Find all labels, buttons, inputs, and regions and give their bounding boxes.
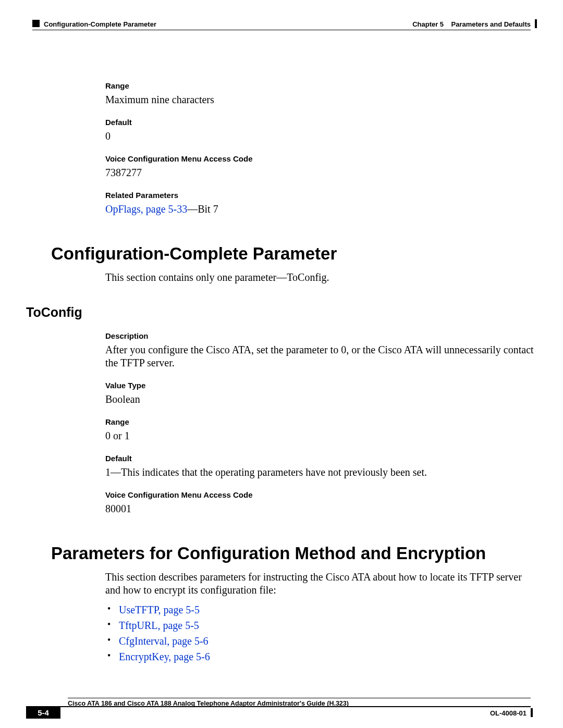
default-label: Default	[105, 118, 537, 127]
list-item: UseTFTP, page 5-5	[105, 602, 537, 618]
config-complete-intro: This section contains only one parameter…	[105, 271, 537, 284]
toconfig-default-label: Default	[105, 454, 537, 463]
page-header: Configuration-Complete Parameter Chapter…	[26, 20, 537, 35]
header-chapter: Chapter 5 Parameters and Defaults	[412, 20, 531, 28]
list-item: EncryptKey, page 5-6	[105, 649, 537, 664]
cfginterval-link[interactable]: CfgInterval, page 5-6	[119, 635, 209, 647]
list-item: CfgInterval, page 5-6	[105, 633, 537, 649]
encryption-bullet-list: UseTFTP, page 5-5 TftpURL, page 5-5 CfgI…	[105, 602, 537, 664]
list-item: TftpURL, page 5-5	[105, 618, 537, 633]
toconfig-range-value: 0 or 1	[105, 429, 537, 442]
tftpurl-link[interactable]: TftpURL, page 5-5	[119, 620, 199, 631]
header-left-square-icon	[32, 20, 40, 27]
usetftp-link[interactable]: UseTFTP, page 5-5	[119, 604, 200, 615]
page: Configuration-Complete Parameter Chapter…	[0, 0, 563, 728]
range-label: Range	[105, 81, 537, 90]
content-area: Range Maximum nine characters Default 0 …	[105, 35, 537, 664]
toconfig-description-label: Description	[105, 331, 537, 340]
page-footer: Cisco ATA 186 and Cisco ATA 188 Analog T…	[26, 698, 537, 728]
encryptkey-link[interactable]: EncryptKey, page 5-6	[119, 651, 210, 662]
toconfig-voice-value: 80001	[105, 502, 537, 515]
config-method-encryption-heading: Parameters for Configuration Method and …	[51, 544, 537, 563]
header-underline	[32, 30, 531, 30]
toconfig-heading: ToConfig	[26, 305, 537, 320]
toconfig-valuetype-value: Boolean	[105, 393, 537, 406]
footer-right-bar-icon	[531, 708, 533, 717]
toconfig-voice-label: Voice Configuration Menu Access Code	[105, 490, 537, 499]
config-method-encryption-intro: This section describes parameters for in…	[105, 571, 537, 597]
toconfig-valuetype-label: Value Type	[105, 381, 537, 390]
default-value: 0	[105, 130, 537, 143]
header-chapter-label: Chapter 5	[412, 20, 444, 28]
footer-top-line	[68, 698, 531, 698]
toconfig-description-value: After you configure the Cisco ATA, set t…	[105, 343, 537, 369]
voice-code-label: Voice Configuration Menu Access Code	[105, 154, 537, 163]
footer-page-bar	[60, 706, 531, 707]
voice-code-value: 7387277	[105, 166, 537, 179]
header-section-title: Configuration-Complete Parameter	[44, 20, 156, 28]
related-params-label: Related Parameters	[105, 191, 537, 200]
header-right-bar-icon	[535, 19, 537, 28]
range-value: Maximum nine characters	[105, 93, 537, 106]
footer-page-number: 5-4	[26, 706, 60, 719]
opflags-link[interactable]: OpFlags, page 5-33	[105, 203, 187, 215]
related-params-value: OpFlags, page 5-33—Bit 7	[105, 203, 537, 216]
header-chapter-title: Parameters and Defaults	[451, 20, 531, 28]
config-complete-heading: Configuration-Complete Parameter	[51, 244, 537, 264]
toconfig-range-label: Range	[105, 417, 537, 426]
footer-doc-id: OL-4008-01	[490, 709, 527, 717]
toconfig-default-value: 1—This indicates that the operating para…	[105, 466, 537, 479]
related-params-suffix: —Bit 7	[187, 203, 218, 215]
